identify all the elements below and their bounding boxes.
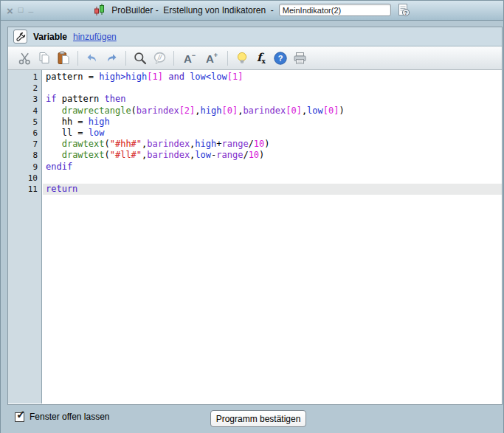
confirm-program-button[interactable]: Programm bestätigen xyxy=(210,410,306,427)
line-number-gutter: 1234567891011 xyxy=(8,70,42,403)
line-number: 7 xyxy=(8,139,41,150)
editor-panel: Variable hinzufügen xyxy=(7,27,503,405)
check-icon: ✓ xyxy=(16,409,26,420)
toolbar-separator xyxy=(173,51,174,66)
line-number: 5 xyxy=(8,117,41,128)
code-editor[interactable]: 1234567891011 pattern = high>high[1] and… xyxy=(8,70,502,403)
line-number: 6 xyxy=(8,128,41,139)
toolbar: // A− A+ fx ? xyxy=(8,46,502,70)
line-number: 4 xyxy=(8,105,41,117)
variable-settings-button[interactable] xyxy=(13,30,27,44)
line-number: 2 xyxy=(8,83,41,94)
footer-bar: ✓ Fenster offen lassen Programm bestätig… xyxy=(0,405,504,433)
line-number: 11 xyxy=(8,184,41,195)
code-line: pattern = high>high[1] and low<low[1] xyxy=(43,72,502,83)
help-icon: ? xyxy=(273,51,288,66)
toolbar-separator xyxy=(125,51,126,66)
window-title: ProBuilder - Erstellung von Indikatoren … xyxy=(111,5,273,15)
lightbulb-icon xyxy=(235,51,249,66)
checkbox-box[interactable]: ✓ xyxy=(15,412,24,422)
code-line: drawtext("#ll#",barindex,low-range/10) xyxy=(43,150,502,161)
keep-window-open-checkbox[interactable]: ✓ Fenster offen lassen xyxy=(15,412,110,422)
code-line xyxy=(43,173,502,184)
line-number: 3 xyxy=(8,94,41,105)
redo-button[interactable] xyxy=(102,49,121,68)
undo-arrow-icon xyxy=(85,51,100,66)
decrease-font-icon: A− xyxy=(184,52,196,64)
toolbar-separator xyxy=(77,51,78,66)
indicator-name-input[interactable] xyxy=(279,4,391,16)
printer-icon xyxy=(292,51,308,66)
code-line: ll = low xyxy=(43,128,502,139)
line-number: 1 xyxy=(8,72,41,83)
decrease-font-button[interactable]: A− xyxy=(179,49,201,68)
code-line: drawrectangle(barindex[2],high[0],barind… xyxy=(43,105,502,117)
redo-arrow-icon xyxy=(104,51,119,66)
candlestick-logo-icon xyxy=(93,3,106,17)
toolbar-separator xyxy=(227,51,228,66)
clipboard-paste-icon xyxy=(56,51,71,66)
line-number: 9 xyxy=(8,162,41,173)
hint-button[interactable] xyxy=(232,49,252,68)
print-button[interactable] xyxy=(290,49,309,68)
svg-text:?: ? xyxy=(404,10,407,16)
document-help-icon: ? xyxy=(396,3,411,18)
search-button[interactable] xyxy=(131,49,150,68)
insert-function-button[interactable]: fx xyxy=(252,49,271,68)
keep-window-open-label: Fenster offen lassen xyxy=(30,412,110,422)
increase-font-icon: A+ xyxy=(206,52,218,64)
titlebar: × □ _ ProBuilder - Erstellung von Indika… xyxy=(0,0,504,21)
copy-button[interactable] xyxy=(35,49,54,68)
copy-icon xyxy=(37,51,52,66)
fx-icon: fx xyxy=(257,51,266,65)
variable-bar: Variable hinzufügen xyxy=(8,27,502,46)
search-icon xyxy=(133,51,148,66)
code-line: drawtext("#hh#",barindex,high+range/10) xyxy=(43,139,502,150)
code-line: endif xyxy=(43,162,502,173)
help-button[interactable]: ? xyxy=(271,49,290,68)
increase-font-button[interactable]: A+ xyxy=(201,49,223,68)
code-line: if pattern then xyxy=(43,94,502,105)
wrench-icon xyxy=(15,32,26,42)
svg-text:?: ? xyxy=(278,54,283,63)
code-line xyxy=(43,83,502,94)
add-variable-link[interactable]: hinzufügen xyxy=(73,32,117,42)
code-lines: pattern = high>high[1] and low<low[1]if … xyxy=(43,70,502,403)
code-line: hh = high xyxy=(43,117,502,128)
indicator-help-button[interactable]: ? xyxy=(396,3,411,18)
paste-button[interactable] xyxy=(54,49,73,68)
undo-button[interactable] xyxy=(83,49,102,68)
line-number: 8 xyxy=(8,150,41,161)
line-number: 10 xyxy=(8,173,41,184)
code-line: return xyxy=(43,184,502,195)
variable-label: Variable xyxy=(33,32,67,42)
cut-button[interactable] xyxy=(15,49,35,68)
scissors-icon xyxy=(18,51,32,66)
comment-bubble-icon: // xyxy=(152,51,168,66)
toggle-comment-button[interactable]: // xyxy=(150,49,169,68)
